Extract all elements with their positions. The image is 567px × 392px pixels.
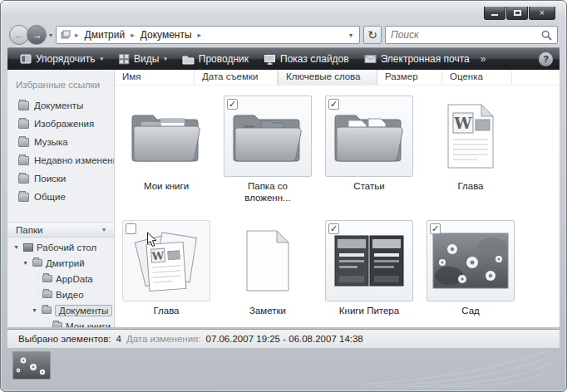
column-header-size[interactable]: Размер (377, 70, 442, 85)
tree-expand-icon[interactable]: ▾ (12, 243, 20, 251)
email-icon (364, 54, 377, 64)
back-arrow-icon: ← (14, 29, 25, 42)
column-header-empty (512, 70, 560, 85)
tree-item-label: Дмитрий (46, 258, 85, 268)
sidebar-item-documents[interactable]: Документы (7, 96, 114, 115)
organize-icon (20, 53, 32, 65)
folders-collapse-icon: ▾ (102, 226, 106, 233)
explorer-icon (182, 54, 195, 65)
document-stack-icon: W (130, 227, 203, 295)
file-tile-notes[interactable]: Заметки (218, 220, 318, 327)
favorite-links-header: Избранные ссылки (7, 70, 114, 96)
window-controls: × (484, 7, 555, 20)
file-name: Глава (457, 180, 483, 192)
sidebar-item-public[interactable]: Общие (7, 188, 114, 206)
tree-item-video[interactable]: ▸ Видео (7, 287, 114, 302)
check-icon: ✓ (330, 223, 338, 233)
slideshow-button[interactable]: Показ слайдов (258, 51, 355, 68)
folder-icon (333, 108, 405, 164)
forward-button[interactable]: → (27, 25, 47, 45)
tree-collapse-icon[interactable]: ▸ (41, 321, 49, 327)
file-tile-articles[interactable]: ✓ Статьи (319, 96, 419, 220)
minimize-icon (491, 14, 498, 16)
organize-label: Упорядочить (36, 53, 95, 65)
file-name: Папка со вложенн... (224, 180, 311, 203)
selected-count-label: Выбрано элементов: (18, 334, 111, 344)
folders-band[interactable]: Папки ▾ (7, 222, 114, 238)
tree-item-desktop[interactable]: ▾ Рабочий стол (7, 239, 114, 255)
tree-item-label-selected: Документы (55, 305, 112, 316)
navigation-pane: Избранные ссылки Документы Изображения М… (7, 70, 115, 327)
tree-collapse-icon[interactable]: ▸ (31, 290, 39, 299)
column-header-keywords[interactable]: Ключевые слова (278, 70, 377, 85)
tree-item-documents[interactable]: ▾ Документы (7, 302, 114, 318)
tree-expand-icon[interactable]: ▾ (22, 259, 29, 267)
tree-item-user[interactable]: ▾ Дмитрий (7, 255, 114, 271)
views-button[interactable]: Виды ▾ (112, 51, 173, 68)
tree-item-appdata[interactable]: ▸ AppData (7, 271, 114, 287)
close-button[interactable]: × (529, 7, 555, 20)
address-dropdown-icon[interactable]: ▾ (347, 32, 355, 39)
column-header-date-taken[interactable]: Дата съемки (195, 70, 278, 85)
organize-button[interactable]: Упорядочить ▾ (14, 51, 109, 68)
chevron-down-icon: ▾ (100, 56, 103, 62)
selected-count-value: 4 (116, 334, 121, 344)
tree-item-label: Видео (56, 290, 84, 300)
selection-box (224, 220, 312, 301)
user-folder-icon (32, 259, 42, 267)
views-icon (118, 53, 130, 65)
note-document-icon (244, 229, 292, 292)
sidebar-item-pictures[interactable]: Изображения (7, 115, 114, 133)
selection-box: W (426, 96, 515, 177)
sidebar-item-searches[interactable]: Поиски (7, 169, 114, 188)
chevron-down-icon: ▾ (164, 56, 167, 62)
file-tile-chapter-doc[interactable]: W Глава (421, 96, 520, 220)
status-bar: Выбрано элементов: 4 Дата изменения: 07.… (7, 329, 560, 348)
file-tile-piter-books[interactable]: ✓ (319, 220, 419, 327)
explore-button[interactable]: Проводник (176, 51, 254, 68)
selection-box: ✓ (325, 220, 413, 301)
file-tile-nested-folder[interactable]: ✓ Папка со вложенн... (218, 96, 318, 220)
breadcrumb[interactable]: ▸ Дмитрий ▸ Документы ▸ ▾ (56, 26, 360, 44)
sidebar-item-label: Документы (34, 100, 83, 110)
refresh-button[interactable]: ↻ (363, 26, 382, 44)
item-checkbox[interactable]: ✓ (328, 223, 339, 234)
garden-photo-icon (432, 233, 509, 289)
column-header-rating[interactable]: Оценка (442, 70, 512, 85)
public-icon (18, 193, 29, 202)
tree-expand-icon[interactable]: ▾ (31, 306, 38, 314)
column-header-name[interactable]: Имя (115, 70, 195, 85)
file-tile-chapter-stack[interactable]: W Глава (116, 220, 216, 327)
file-tile-my-books[interactable]: Мои книги (116, 96, 216, 220)
selection-box: ✓ (224, 96, 312, 177)
breadcrumb-separator-icon[interactable]: ▸ (128, 31, 137, 39)
documents-icon (18, 101, 29, 110)
maximize-button[interactable] (506, 7, 528, 20)
recent-pages-dropdown[interactable]: ▾ (49, 32, 52, 39)
toolbar-overflow-icon[interactable]: » (479, 53, 488, 65)
minimize-button[interactable] (484, 7, 505, 20)
tree-collapse-icon[interactable]: ▸ (31, 274, 39, 283)
sidebar-item-recent[interactable]: Недавно измененн... (7, 151, 114, 169)
sidebar-item-label: Недавно измененн... (34, 155, 114, 165)
file-name: Глава (153, 305, 179, 316)
file-tile-garden[interactable]: ✓ (421, 220, 520, 327)
thumbnail-photo-icon (13, 352, 50, 379)
email-button[interactable]: Электронная почта (358, 51, 476, 68)
item-checkbox[interactable]: ✓ (430, 223, 441, 234)
breadcrumb-separator-icon[interactable]: ▸ (195, 31, 205, 39)
tree-item-my-books[interactable]: ▸ Мои книги (7, 318, 114, 327)
breadcrumb-item-user[interactable]: Дмитрий (83, 29, 127, 41)
item-checkbox[interactable] (126, 223, 136, 234)
item-checkbox[interactable]: ✓ (328, 99, 339, 110)
breadcrumb-item-documents[interactable]: Документы (139, 29, 194, 41)
modified-label: Дата изменения: (126, 334, 201, 344)
refresh-icon: ↻ (367, 28, 377, 42)
word-document-icon: W (444, 103, 497, 169)
item-checkbox[interactable]: ✓ (227, 99, 238, 110)
location-icon (61, 30, 71, 40)
search-input[interactable] (391, 29, 541, 41)
help-button[interactable]: ? (539, 52, 553, 66)
sidebar-item-music[interactable]: Музыка (7, 133, 114, 151)
search-box[interactable] (385, 26, 558, 44)
